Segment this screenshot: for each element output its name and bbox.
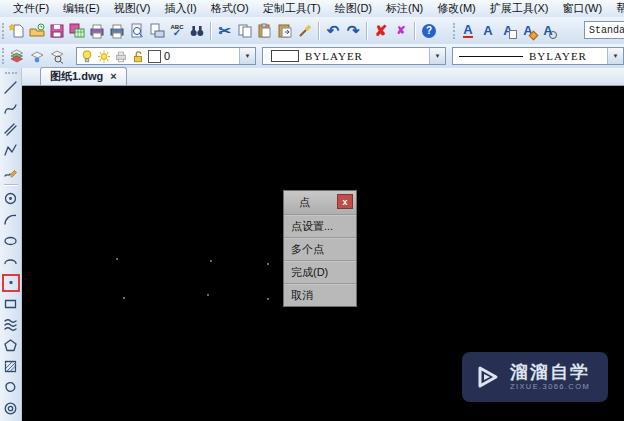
tab-drawing1[interactable]: 图纸1.dwg × <box>40 67 127 85</box>
linetype-sample-line <box>459 56 523 57</box>
spell-check-button[interactable]: ABC✓ <box>167 20 187 41</box>
menu-item-dimension[interactable]: 标注(N) <box>379 1 430 16</box>
help-button[interactable]: ? <box>419 20 439 41</box>
layer-combo-dropdown-icon[interactable]: ▼ <box>239 48 255 64</box>
purge-button[interactable]: ✘ <box>391 20 411 41</box>
menu-item-draw[interactable]: 绘图(D) <box>328 1 379 16</box>
menu-item-custom-tools[interactable]: 定制工具(T) <box>256 1 328 16</box>
wipeout-tool-button[interactable] <box>2 316 20 334</box>
layer-manager-button[interactable] <box>7 46 27 67</box>
menu-item-multiple-points[interactable]: 多个点 <box>284 237 356 260</box>
context-menu-title-bar: 点 x <box>284 191 356 214</box>
edit-text-button[interactable]: A <box>498 20 518 41</box>
paste-button[interactable] <box>255 20 275 41</box>
save-as-button[interactable] <box>67 20 87 41</box>
sketch-tool-button[interactable] <box>2 163 20 181</box>
small-brush-icon <box>529 31 539 41</box>
toolbar-grip[interactable] <box>5 72 17 74</box>
open-button[interactable] <box>27 20 47 41</box>
copy-button[interactable] <box>235 20 255 41</box>
ellipse-tool-button[interactable] <box>2 232 20 250</box>
menu-item-window[interactable]: 窗口(W) <box>555 1 609 16</box>
menu-item-file[interactable]: 文件(F) <box>6 1 56 16</box>
clipboard-paste-icon <box>257 23 273 39</box>
toolbar-separator <box>210 22 212 40</box>
text-style-a-icon: A <box>463 23 472 38</box>
toolbar-grip[interactable] <box>453 23 455 39</box>
donut-tool-button[interactable] <box>2 400 20 418</box>
drawn-point <box>210 260 212 262</box>
layer-combo[interactable]: 0 ▼ <box>76 47 256 65</box>
spell-check-icon: ABC✓ <box>171 25 184 36</box>
rectangle-tool-button[interactable] <box>2 295 20 313</box>
rectangle-icon <box>3 296 18 311</box>
menu-item-done[interactable]: 完成(D) <box>284 260 356 283</box>
arc-icon <box>3 212 18 227</box>
ellipse-icon <box>3 233 18 248</box>
menu-item-edit[interactable]: 编辑(E) <box>56 1 107 16</box>
context-menu-close-button[interactable]: x <box>337 194 353 209</box>
paste-special-icon <box>277 23 293 39</box>
match-text-button[interactable]: A <box>518 20 538 41</box>
preview-magnifier-icon <box>129 23 145 39</box>
tab-label: 图纸1.dwg <box>50 69 103 84</box>
set-layer-current-button[interactable] <box>27 46 47 67</box>
undo-button[interactable]: ↶ <box>323 20 343 41</box>
single-line-text-button[interactable]: A <box>478 20 498 41</box>
circle-tool-button[interactable] <box>2 190 20 208</box>
tab-close-icon[interactable]: × <box>110 71 116 82</box>
current-color-swatch <box>271 50 299 62</box>
save-button[interactable] <box>47 20 67 41</box>
multiline-tool-button[interactable] <box>2 121 20 139</box>
layer-previous-button[interactable] <box>47 46 67 67</box>
menu-item-modify[interactable]: 修改(M) <box>430 1 483 16</box>
color-combo-dropdown-icon[interactable]: ▼ <box>429 48 445 64</box>
menu-item-cancel[interactable]: 取消 <box>284 283 356 306</box>
drawn-point <box>123 297 125 299</box>
linetype-combo-dropdown-icon[interactable]: ▼ <box>607 48 623 64</box>
spline-tool-button[interactable] <box>2 100 20 118</box>
new-file-button[interactable] <box>7 20 27 41</box>
polygon-icon <box>3 338 18 353</box>
menu-item-view[interactable]: 视图(V) <box>107 1 158 16</box>
arc-tool-button[interactable] <box>2 211 20 229</box>
toolbar-separator <box>318 22 320 40</box>
find-button[interactable] <box>187 20 207 41</box>
text-style-combo[interactable]: Standard <box>584 21 624 39</box>
menu-item-point-settings[interactable]: 点设置... <box>284 214 356 237</box>
play-logo-icon <box>470 361 502 393</box>
publish-button[interactable] <box>147 20 167 41</box>
polyline-tool-button[interactable] <box>2 142 20 160</box>
menu-item-express-tools[interactable]: 扩展工具(X) <box>483 1 556 16</box>
linetype-combo[interactable]: BYLAYER ▼ <box>452 47 624 65</box>
menu-item-insert[interactable]: 插入(I) <box>157 1 203 16</box>
text-style-button[interactable]: A <box>458 20 478 41</box>
ellipse-arc-tool-button[interactable] <box>2 253 20 271</box>
cut-button[interactable]: ✂ <box>215 20 235 41</box>
color-combo[interactable]: BYLAYER ▼ <box>262 47 446 65</box>
erase-button[interactable]: ✘ <box>371 20 391 41</box>
linetype-value: BYLAYER <box>529 50 587 62</box>
print-preview-button[interactable] <box>127 20 147 41</box>
paste-special-button[interactable] <box>275 20 295 41</box>
drawing-canvas[interactable]: 点 x 点设置... 多个点 完成(D) 取消 溜溜自学 ZIXUE.3066.… <box>22 86 624 421</box>
region-tool-button[interactable] <box>2 379 20 397</box>
toolbar-separator <box>366 22 368 40</box>
format-painter-button[interactable] <box>295 20 315 41</box>
redo-button[interactable]: ↷ <box>343 20 363 41</box>
menu-item-format[interactable]: 格式(O) <box>204 1 256 16</box>
line-tool-button[interactable] <box>2 79 20 97</box>
toolbar-grip[interactable] <box>2 48 4 64</box>
polygon-tool-button[interactable] <box>2 337 20 355</box>
drawn-point <box>267 263 269 265</box>
menu-item-help[interactable]: 帮助(H) <box>609 1 624 16</box>
undo-arrow-icon: ↶ <box>327 23 340 38</box>
find-text-button[interactable]: A <box>538 20 558 41</box>
drawn-point <box>207 294 209 296</box>
toolbar-grip[interactable] <box>2 23 4 39</box>
print-button[interactable] <box>107 20 127 41</box>
point-tool-button[interactable] <box>2 274 20 292</box>
redo-arrow-icon: ↷ <box>347 23 360 38</box>
plot-button[interactable] <box>87 20 107 41</box>
hatch-tool-button[interactable] <box>2 358 20 376</box>
